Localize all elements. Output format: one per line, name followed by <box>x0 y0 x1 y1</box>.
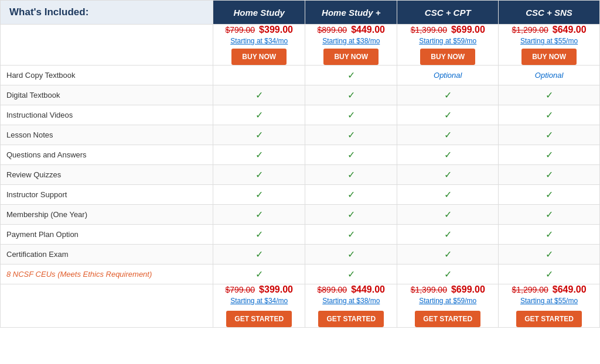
check-icon: ✓ <box>255 170 263 180</box>
starting-at-link-csc-sns[interactable]: Starting at $55/mo <box>499 37 599 45</box>
feature-row: Review Quizzes✓✓✓✓ <box>1 165 600 185</box>
feature-value: ✓ <box>213 185 305 205</box>
bottom-price-home-study-plus: $899.00 $449.00 Starting at $38/mo GET S… <box>305 284 397 328</box>
feature-name: Review Quizzes <box>1 165 213 185</box>
check-icon: ✓ <box>255 269 263 279</box>
feature-value: ✓ <box>305 85 397 105</box>
feature-value: ✓ <box>305 105 397 125</box>
feature-row: Hard Copy Textbook✓OptionalOptional <box>1 66 600 85</box>
feature-row: Instructional Videos✓✓✓✓ <box>1 105 600 125</box>
feature-value: ✓ <box>499 85 600 105</box>
feature-value: ✓ <box>397 205 499 225</box>
bottom-price-empty <box>1 284 213 328</box>
check-icon: ✓ <box>546 170 553 180</box>
get-started-button-csc-cpt[interactable]: GET STARTED <box>415 311 480 327</box>
optional-label: Optional <box>434 71 462 80</box>
whats-included-cell: What's Included: <box>1 1 213 25</box>
price-cell-home-study-plus: $899.00 $449.00 Starting at $38/mo BUY N… <box>305 25 397 66</box>
feature-name: Hard Copy Textbook <box>1 66 213 85</box>
check-icon: ✓ <box>255 249 263 259</box>
buy-now-button-home-study-plus[interactable]: BUY NOW <box>323 49 379 65</box>
bottom-starting-at-link-home-study[interactable]: Starting at $34/mo <box>213 297 305 305</box>
col-header-home-study: Home Study <box>213 1 305 25</box>
check-icon: ✓ <box>347 90 355 100</box>
feature-value: ✓ <box>397 225 499 245</box>
check-icon: ✓ <box>255 229 263 239</box>
check-icon: ✓ <box>444 269 452 279</box>
starting-at-link-home-study[interactable]: Starting at $34/mo <box>213 37 305 45</box>
check-icon: ✓ <box>444 90 452 100</box>
price-row: $799.00 $399.00 Starting at $34/mo BUY N… <box>1 25 600 66</box>
feature-value: ✓ <box>397 265 499 284</box>
check-icon: ✓ <box>444 229 452 239</box>
check-icon: ✓ <box>255 130 263 140</box>
feature-name: Digital Textbook <box>1 85 213 105</box>
feature-value: ✓ <box>213 265 305 284</box>
feature-value: ✓ <box>213 85 305 105</box>
feature-name: Membership (One Year) <box>1 205 213 225</box>
price-row-empty <box>1 25 213 66</box>
buy-now-button-csc-cpt[interactable]: BUY NOW <box>420 49 475 65</box>
feature-name: Lesson Notes <box>1 125 213 145</box>
bottom-price-home-study: $799.00 $399.00 Starting at $34/mo GET S… <box>213 284 305 328</box>
feature-name: 8 NCSF CEUs (Meets Ethics Requirement) <box>1 265 213 284</box>
starting-at-link-home-study-plus[interactable]: Starting at $38/mo <box>305 37 397 45</box>
feature-value: ✓ <box>397 185 499 205</box>
check-icon: ✓ <box>444 150 452 160</box>
feature-row: Instructor Support✓✓✓✓ <box>1 185 600 205</box>
get-started-button-home-study-plus[interactable]: GET STARTED <box>318 311 384 327</box>
feature-value: ✓ <box>305 205 397 225</box>
new-price-home-study-plus: $449.00 <box>351 25 385 35</box>
feature-value: ✓ <box>499 265 600 284</box>
check-icon: ✓ <box>255 190 263 200</box>
feature-value: ✓ <box>213 245 305 265</box>
bottom-price-csc-sns: $1,299.00 $649.00 Starting at $55/mo GET… <box>499 284 600 328</box>
feature-value: ✓ <box>397 165 499 185</box>
feature-value: ✓ <box>305 185 397 205</box>
get-started-button-csc-sns[interactable]: GET STARTED <box>516 311 582 327</box>
feature-name: Instructor Support <box>1 185 213 205</box>
feature-row: Lesson Notes✓✓✓✓ <box>1 125 600 145</box>
check-icon: ✓ <box>546 110 553 120</box>
bottom-new-price-home-study-plus: $449.00 <box>351 284 385 295</box>
buy-now-button-csc-sns[interactable]: BUY NOW <box>521 49 577 65</box>
check-icon: ✓ <box>546 269 553 279</box>
feature-value: ✓ <box>213 225 305 245</box>
new-price-home-study: $399.00 <box>259 25 293 35</box>
bottom-starting-at-link-csc-cpt[interactable]: Starting at $59/mo <box>397 297 498 305</box>
col-header-csc-cpt: CSC + CPT <box>397 1 499 25</box>
feature-name: Certification Exam <box>1 245 213 265</box>
feature-value: Optional <box>397 66 499 85</box>
bottom-starting-at-link-home-study-plus[interactable]: Starting at $38/mo <box>305 297 397 305</box>
feature-value: ✓ <box>397 105 499 125</box>
price-cell-home-study: $799.00 $399.00 Starting at $34/mo BUY N… <box>213 25 305 66</box>
feature-row: Membership (One Year)✓✓✓✓ <box>1 205 600 225</box>
check-icon: ✓ <box>546 190 553 200</box>
bottom-price-csc-cpt: $1,399.00 $699.00 Starting at $59/mo GET… <box>397 284 499 328</box>
bottom-price-row: $799.00 $399.00 Starting at $34/mo GET S… <box>1 284 600 328</box>
check-icon: ✓ <box>255 210 263 219</box>
check-icon: ✓ <box>546 229 553 239</box>
buy-now-button-home-study[interactable]: BUY NOW <box>231 49 287 65</box>
bottom-new-price-csc-sns: $649.00 <box>553 284 587 295</box>
bottom-starting-at-link-csc-sns[interactable]: Starting at $55/mo <box>499 297 599 305</box>
feature-value: ✓ <box>305 145 397 165</box>
feature-value: ✓ <box>213 205 305 225</box>
bottom-old-price-csc-sns: $1,299.00 <box>512 285 548 294</box>
feature-value: ✓ <box>305 66 397 85</box>
feature-value: ✓ <box>213 125 305 145</box>
feature-value: ✓ <box>397 145 499 165</box>
check-icon: ✓ <box>444 130 452 140</box>
check-icon: ✓ <box>255 110 263 120</box>
feature-value: ✓ <box>499 165 600 185</box>
bottom-old-price-home-study: $799.00 <box>225 285 255 294</box>
get-started-button-home-study[interactable]: GET STARTED <box>226 311 292 327</box>
bottom-old-price-csc-cpt: $1,399.00 <box>411 285 447 294</box>
old-price-home-study: $799.00 <box>225 25 255 35</box>
feature-value: ✓ <box>305 165 397 185</box>
check-icon: ✓ <box>444 110 452 120</box>
feature-name: Questions and Answers <box>1 145 213 165</box>
old-price-csc-cpt: $1,399.00 <box>411 25 447 35</box>
starting-at-link-csc-cpt[interactable]: Starting at $59/mo <box>397 37 498 45</box>
check-icon: ✓ <box>347 210 355 219</box>
